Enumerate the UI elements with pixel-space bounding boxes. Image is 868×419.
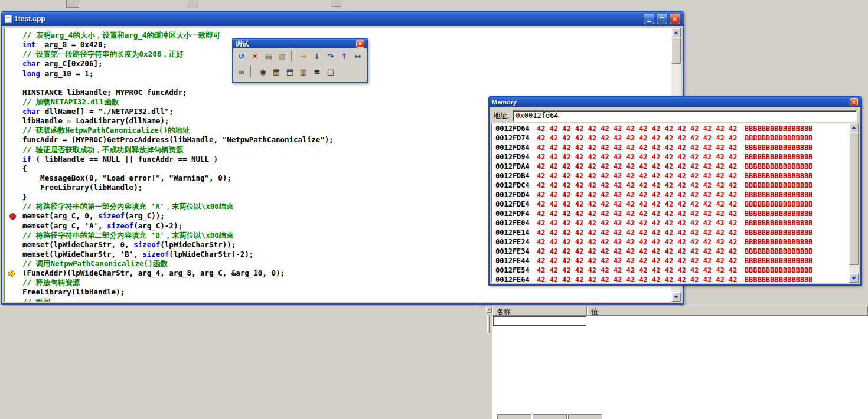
code-line: libHandle = LoadLibrary(dllName);	[22, 116, 334, 126]
scroll-down-icon[interactable]	[671, 292, 681, 302]
toolbar-separator	[250, 66, 254, 77]
scrollbar-thumb[interactable]	[849, 133, 859, 265]
memory-row: 0012FD7442 42 42 42 42 42 42 42 42 42 42…	[495, 133, 849, 143]
scroll-up-icon[interactable]	[671, 28, 681, 37]
code-line: {	[22, 164, 334, 174]
close-icon[interactable]: ×	[486, 307, 492, 313]
debug-toolbar-titlebar[interactable]: 调试 ×	[233, 39, 367, 48]
disassembly-icon[interactable]: □	[324, 65, 337, 78]
code-line: FreeLibrary(libHandle);	[22, 287, 334, 297]
memory-row: 0012FE4442 42 42 42 42 42 42 42 42 42 42…	[495, 256, 849, 266]
code-line: memset(lpWideCharStr, 0, sizeof(lpWideCh…	[22, 240, 334, 250]
memory-row: 0012FDE442 42 42 42 42 42 42 42 42 42 42…	[495, 199, 849, 209]
minimize-button[interactable]	[644, 14, 654, 24]
memory-window: Memory × 地址: 0x0012fd64 0012FD6442 42 42…	[488, 96, 862, 286]
step-into-icon[interactable]: ↓	[311, 50, 324, 63]
break-execution-icon[interactable]: ▤	[262, 50, 275, 63]
memory-row: 0012FD8442 42 42 42 42 42 42 42 42 42 42…	[495, 143, 849, 152]
code-line: funcAddr = (MYPROC)GetProcAddress(libHan…	[22, 135, 334, 145]
code-line: // 获取函数NetpwPathCanonicalize()的地址	[22, 126, 334, 135]
stop-debugging-icon[interactable]: ✕	[249, 50, 262, 63]
memory-row: 0012FDA442 42 42 42 42 42 42 42 42 42 42…	[495, 162, 849, 171]
watch-name-column-header[interactable]: 名称	[492, 306, 587, 316]
watch-tab[interactable]	[497, 414, 531, 419]
toolbar-sliver	[332, 0, 341, 7]
code-line: HINSTANCE libHandle; MYPROC funcAddr;	[22, 88, 334, 97]
code-line: // 释放句柄资源	[22, 278, 334, 287]
watch-panel: × 名称 值	[485, 306, 868, 419]
memory-window-titlebar[interactable]: Memory ×	[490, 97, 860, 107]
memory-row: 0012FD9442 42 42 42 42 42 42 42 42 42 42…	[495, 152, 849, 162]
debug-toolbar-window: 调试 × ↺✕▤▥→↓↷↑↦ ∞◉▦▤▥≡□	[232, 38, 368, 83]
variables-icon[interactable]: ▦	[270, 65, 283, 78]
memory-row: 0012FE0442 42 42 42 42 42 42 42 42 42 42…	[495, 218, 849, 228]
memory-row: 0012FDC442 42 42 42 42 42 42 42 42 42 42…	[495, 181, 849, 190]
close-icon[interactable]: ×	[356, 40, 364, 48]
scroll-down-icon[interactable]	[849, 273, 859, 283]
code-line: memset(arg_C, 'A', sizeof(arg_C)-2);	[22, 221, 334, 231]
address-input[interactable]: 0x0012fd64	[513, 110, 857, 122]
code-line: // 加载NETAPI32.dll函数	[22, 97, 334, 107]
memory-row: 0012FDB442 42 42 42 42 42 42 42 42 42 42…	[495, 171, 849, 181]
source-window-titlebar[interactable]: 1test.cpp ×	[2, 12, 683, 26]
memory-row: 0012FE3442 42 42 42 42 42 42 42 42 42 42…	[495, 247, 849, 256]
registers-icon[interactable]: ▤	[283, 65, 296, 78]
memory-icon[interactable]: ▥	[297, 65, 310, 78]
address-label: 地址:	[493, 111, 509, 121]
code-line: (FuncAddr)(lpWideCharStr, arg_4, arg_8, …	[22, 269, 334, 278]
scrollbar-thumb[interactable]	[671, 38, 681, 64]
apply-code-changes-icon[interactable]: ▥	[276, 50, 289, 63]
watch-grid[interactable]	[492, 316, 868, 419]
memory-row: 0012FDF442 42 42 42 42 42 42 42 42 42 42…	[495, 209, 849, 218]
restart-icon[interactable]: ↺	[235, 50, 248, 63]
code-line: // 将路径字符串的第一部分内容填充 'A'，末两位以\x00结束	[22, 202, 334, 211]
dock-grip-handle[interactable]	[487, 315, 490, 333]
watch-value-column-header[interactable]: 值	[587, 306, 868, 316]
debug-toolbar-title: 调试	[236, 40, 354, 48]
debug-toolbar-row1: ↺✕▤▥→↓↷↑↦	[233, 48, 367, 64]
code-line: // 将路径字符串的第二部分内容填充 'B'，末两位以\x00结束	[22, 231, 334, 240]
code-line: FreeLibrary(libHandle);	[22, 183, 334, 192]
code-line: // 调用NetpwPathCanonicalize()函数	[22, 259, 334, 269]
watch-tab[interactable]	[568, 414, 602, 419]
quick-watch-icon[interactable]: ◉	[256, 65, 269, 78]
toolbar-sliver	[66, 0, 79, 8]
memory-dump[interactable]: 0012FD6442 42 42 42 42 42 42 42 42 42 42…	[491, 123, 849, 283]
restore-button[interactable]	[657, 14, 667, 24]
watch-icon[interactable]: ∞	[235, 65, 248, 78]
memory-row: 0012FE2442 42 42 42 42 42 42 42 42 42 42…	[495, 237, 849, 247]
window-title: 1test.cpp	[14, 15, 641, 23]
code-line: memset(arg_C, 0, sizeof(arg_C));	[22, 211, 334, 221]
step-out-icon[interactable]: ↑	[338, 50, 351, 63]
watch-dock-bar[interactable]: ×	[485, 306, 492, 419]
debugger-screen: 1test.cpp × // 表明arg_4的大小，设置和arg_4的缓冲区大小…	[0, 0, 868, 419]
toolbar-separator	[291, 50, 295, 62]
step-over-icon[interactable]: ↷	[324, 50, 337, 63]
show-next-statement-icon[interactable]: →	[297, 50, 310, 63]
code-line: MessageBox(0, "Load error!", "Warning", …	[22, 174, 334, 183]
current-statement-arrow	[8, 270, 16, 277]
close-button[interactable]: ×	[670, 14, 680, 24]
code-line: }	[22, 192, 334, 202]
code-line: char dllName[] = "./NETAPI32.dll";	[22, 107, 334, 116]
call-stack-icon[interactable]: ≡	[311, 65, 324, 78]
memory-vertical-scrollbar[interactable]	[849, 123, 859, 283]
debug-toolbar-row2: ∞◉▦▤▥≡□	[233, 64, 367, 79]
memory-row: 0012FE6442 42 42 42 42 42 42 42 42 42 42…	[495, 275, 849, 283]
close-icon[interactable]: ×	[850, 98, 858, 106]
memory-row: 0012FDD442 42 42 42 42 42 42 42 42 42 42…	[495, 190, 849, 199]
watch-new-entry-cell[interactable]	[493, 316, 586, 326]
toolbar-sliver	[188, 0, 198, 8]
scroll-up-icon[interactable]	[849, 123, 859, 132]
document-icon	[5, 15, 12, 23]
run-to-cursor-icon[interactable]: ↦	[351, 50, 364, 63]
memory-row: 0012FE5442 42 42 42 42 42 42 42 42 42 42…	[495, 266, 849, 275]
breakpoint-marker[interactable]	[9, 213, 16, 220]
memory-row: 0012FE1442 42 42 42 42 42 42 42 42 42 42…	[495, 228, 849, 237]
watch-tab[interactable]	[533, 414, 567, 419]
code-line: if ( libHandle == NULL || funcAddr == NU…	[22, 155, 334, 164]
variables-panel: 上下文: main() 名称 值 +&arg_100x0012F734+arg_…	[0, 306, 479, 419]
memory-row: 0012FD6442 42 42 42 42 42 42 42 42 42 42…	[495, 124, 849, 133]
code-line: // 返回	[22, 297, 334, 302]
memory-window-title: Memory	[492, 99, 847, 106]
